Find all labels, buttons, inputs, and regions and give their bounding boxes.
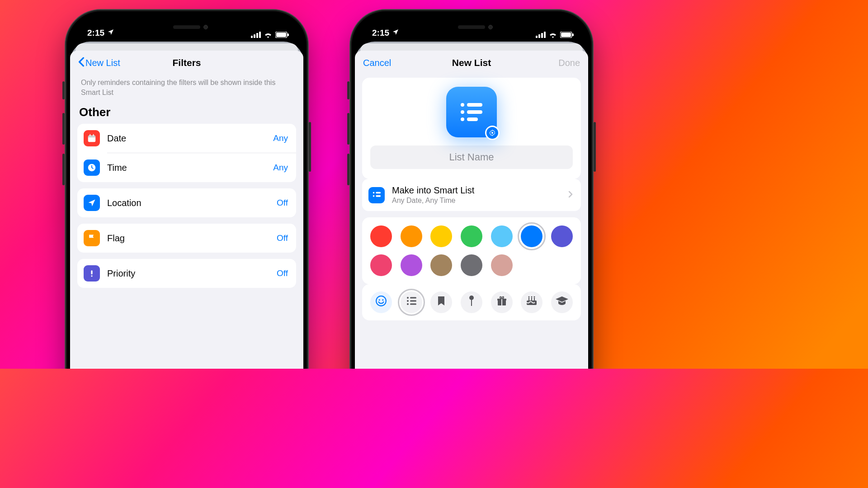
- cellular-icon: [251, 32, 261, 38]
- list-icon-preview: [446, 87, 497, 137]
- color-indigo[interactable]: [551, 225, 573, 247]
- svg-rect-40: [410, 304, 416, 305]
- color-red[interactable]: [370, 225, 392, 247]
- screen: 2:15 Cancel New List Done: [355, 14, 588, 369]
- svg-point-34: [382, 299, 383, 300]
- filter-flag-label: Flag: [107, 233, 269, 244]
- color-brown[interactable]: [430, 254, 452, 276]
- status-time: 2:15: [372, 28, 389, 38]
- cellular-icon: [536, 32, 546, 38]
- icon-pick-gift[interactable]: [491, 291, 513, 313]
- svg-rect-31: [376, 195, 381, 197]
- svg-rect-2: [256, 33, 258, 38]
- section-other: Other: [77, 102, 296, 124]
- color-yellow[interactable]: [430, 225, 452, 247]
- svg-point-50: [528, 296, 530, 298]
- filter-row-priority[interactable]: Priority Off: [77, 259, 296, 288]
- nav-bar: New List Filters: [70, 51, 303, 75]
- chevron-right-icon: [568, 190, 573, 200]
- flag-icon: [84, 230, 100, 246]
- svg-rect-10: [93, 134, 94, 136]
- svg-rect-48: [531, 298, 532, 300]
- location-arrow-icon: [107, 28, 114, 38]
- icon-pick-list[interactable]: [401, 291, 422, 313]
- graduation-icon: [556, 296, 568, 308]
- filter-date-label: Date: [107, 133, 266, 144]
- svg-point-25: [461, 117, 464, 121]
- filter-row-date[interactable]: Date Any: [77, 124, 296, 153]
- svg-rect-3: [259, 32, 261, 38]
- svg-point-51: [531, 296, 533, 298]
- filter-location-label: Location: [107, 198, 269, 208]
- smart-list-icon: [368, 187, 385, 203]
- color-orange[interactable]: [401, 225, 422, 247]
- icon-pick-bookmark[interactable]: [430, 291, 452, 313]
- svg-point-28: [373, 192, 375, 193]
- page-title: New List: [435, 57, 508, 68]
- svg-point-52: [534, 296, 535, 298]
- status-time: 2:15: [87, 28, 104, 38]
- clock-icon: [84, 160, 100, 176]
- svg-rect-14: [536, 36, 538, 38]
- svg-rect-42: [471, 300, 472, 306]
- svg-rect-36: [410, 297, 416, 299]
- svg-rect-24: [467, 110, 482, 114]
- svg-point-39: [407, 303, 409, 305]
- icon-pick-cake[interactable]: [521, 291, 542, 313]
- back-label: New List: [85, 58, 120, 68]
- location-icon: [84, 195, 100, 211]
- filter-time-label: Time: [107, 163, 266, 173]
- svg-rect-47: [528, 298, 529, 300]
- svg-point-32: [376, 296, 386, 306]
- filter-date-value: Any: [273, 133, 288, 143]
- svg-rect-26: [467, 117, 478, 121]
- color-lightblue[interactable]: [491, 225, 513, 247]
- icon-picker: [362, 284, 581, 320]
- nav-bar: Cancel New List Done: [355, 51, 588, 75]
- chevron-left-icon: [78, 57, 85, 69]
- color-rose[interactable]: [491, 254, 513, 276]
- color-purple[interactable]: [401, 254, 422, 276]
- svg-rect-45: [501, 299, 502, 305]
- screen: 2:15 New List Filters: [70, 14, 303, 369]
- svg-rect-16: [541, 33, 543, 38]
- gear-badge-icon: [485, 126, 500, 140]
- done-button[interactable]: Done: [558, 58, 580, 68]
- icon-pick-pin[interactable]: [461, 291, 482, 313]
- battery-icon: [560, 32, 574, 38]
- cancel-button[interactable]: Cancel: [363, 58, 391, 68]
- svg-point-33: [379, 299, 380, 300]
- filter-row-flag[interactable]: Flag Off: [77, 224, 296, 253]
- svg-rect-20: [572, 33, 574, 36]
- page-title: Filters: [151, 57, 223, 68]
- emoji-icon: [375, 295, 387, 310]
- make-smart-list-row[interactable]: Make into Smart List Any Date, Any Time: [362, 179, 581, 211]
- svg-rect-0: [251, 36, 253, 38]
- filter-row-time[interactable]: Time Any: [77, 153, 296, 182]
- filter-row-location[interactable]: Location Off: [77, 188, 296, 217]
- svg-rect-29: [376, 192, 381, 193]
- calendar-icon: [84, 130, 100, 146]
- phone-left: 2:15 New List Filters: [65, 9, 309, 369]
- filters-hint: Only reminders containing the filters wi…: [77, 75, 296, 102]
- filters-sheet: New List Filters Only reminders containi…: [70, 51, 303, 369]
- svg-rect-8: [88, 136, 96, 138]
- filter-group-datetime: Date Any Time Any: [77, 124, 296, 182]
- icon-pick-graduation[interactable]: [551, 291, 573, 313]
- priority-icon: [84, 265, 100, 282]
- svg-rect-1: [254, 34, 255, 38]
- color-blue[interactable]: [521, 225, 542, 247]
- battery-icon: [275, 32, 289, 38]
- cake-icon: [526, 296, 538, 309]
- color-green[interactable]: [461, 225, 482, 247]
- color-gray[interactable]: [461, 254, 482, 276]
- icon-pick-emoji[interactable]: [370, 291, 392, 313]
- color-pink[interactable]: [370, 254, 392, 276]
- svg-rect-15: [538, 34, 540, 38]
- list-name-input[interactable]: List Name: [370, 145, 573, 169]
- location-arrow-icon: [392, 28, 399, 38]
- back-button[interactable]: New List: [78, 57, 120, 69]
- filter-flag-value: Off: [277, 233, 288, 243]
- wifi-icon: [264, 32, 273, 38]
- phone-right: 2:15 Cancel New List Done: [349, 9, 594, 369]
